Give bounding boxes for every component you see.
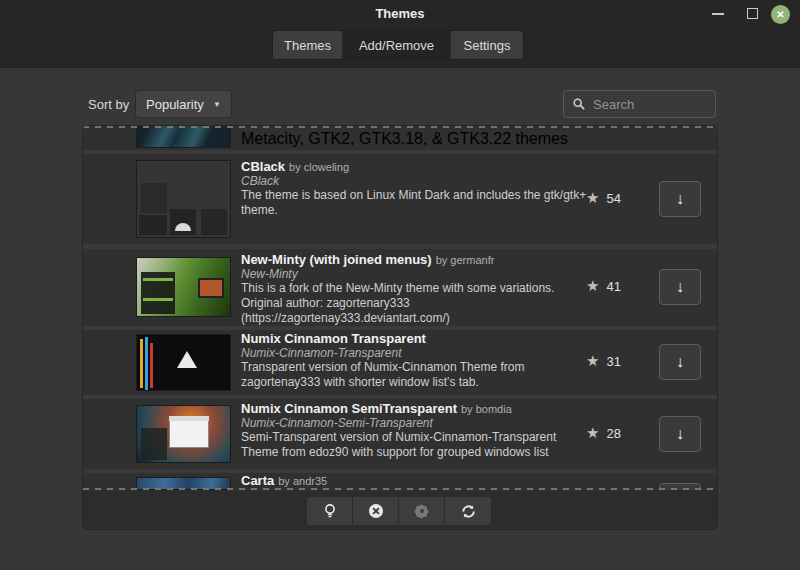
refresh-icon <box>460 503 477 520</box>
theme-description: Semi-Transparent version of Numix-Cinnam… <box>241 430 589 460</box>
theme-list[interactable]: Metacity, GTK2, GTK3.18, & GTK3.22 theme… <box>82 125 718 530</box>
theme-thumbnail <box>136 126 231 148</box>
sort-dropdown-value: Popularity <box>146 97 204 112</box>
tab-themes[interactable]: Themes <box>273 31 343 59</box>
list-item-partial-top[interactable]: Metacity, GTK2, GTK3.18, & GTK3.22 theme… <box>83 126 718 150</box>
settings-button[interactable] <box>399 497 445 525</box>
download-button[interactable]: ↓ <box>659 269 701 305</box>
search-input[interactable] <box>593 97 707 112</box>
lightbulb-icon <box>322 503 338 519</box>
tab-settings[interactable]: Settings <box>451 31 523 59</box>
theme-subtitle: Numix-Cinnamon-Transparent <box>241 346 589 360</box>
star-rating: ★ 31 <box>586 352 656 370</box>
scroll-overflow-bottom-indicator <box>83 488 718 490</box>
theme-title: Numix Cinnamon SemiTransparentby bomdia <box>241 401 589 416</box>
x-circle-icon <box>368 503 384 519</box>
theme-subtitle: New-Minty <box>241 267 589 281</box>
action-button-group <box>307 497 491 525</box>
star-icon: ★ <box>586 277 599 295</box>
close-icon: ✕ <box>776 10 784 20</box>
window-title: Themes <box>0 6 800 21</box>
action-toolbar <box>83 490 718 530</box>
download-icon: ↓ <box>676 190 684 208</box>
star-rating: ★ 54 <box>586 189 656 207</box>
star-count: 54 <box>606 191 620 206</box>
download-button[interactable]: ↓ <box>659 416 701 452</box>
sort-by-label: Sort by <box>88 97 129 112</box>
star-rating: ★ 28 <box>586 424 656 442</box>
theme-title: Numix Cinnamon Transparent <box>241 331 589 346</box>
theme-title: New-Minty (with joined menus)by germanfr <box>241 252 589 267</box>
theme-thumbnail <box>136 334 231 391</box>
tab-bar: Themes Add/Remove Settings <box>272 30 524 60</box>
tab-add-remove[interactable]: Add/Remove <box>343 31 451 59</box>
star-count: 31 <box>606 354 620 369</box>
list-item-numix-transparent[interactable]: Numix Cinnamon Transparent Numix-Cinnamo… <box>83 330 718 395</box>
star-icon: ★ <box>586 424 599 442</box>
search-box <box>563 90 716 118</box>
theme-thumbnail <box>136 257 231 317</box>
star-count: 41 <box>606 279 620 294</box>
theme-author: by andr35 <box>278 475 327 487</box>
download-button[interactable]: ↓ <box>659 181 701 217</box>
download-icon: ↓ <box>676 353 684 371</box>
close-button[interactable]: ✕ <box>771 5 790 24</box>
chevron-down-icon: ▼ <box>213 100 221 109</box>
theme-description: Transparent version of Numix-Cinnamon Th… <box>241 360 589 390</box>
theme-author: by germanfr <box>436 254 495 266</box>
theme-thumbnail <box>136 160 231 238</box>
scroll-overflow-top-indicator <box>83 126 718 128</box>
list-item-new-minty[interactable]: New-Minty (with joined menus)by germanfr… <box>83 249 718 326</box>
theme-subtitle: Numix-Cinnamon-Semi-Transparent <box>241 416 589 430</box>
list-item-numix-semitransparent[interactable]: Numix Cinnamon SemiTransparentby bomdia … <box>83 399 718 469</box>
themes-window: Themes ✕ Themes Add/Remove Settings Sort… <box>0 0 800 570</box>
star-icon: ★ <box>586 189 599 207</box>
theme-subtitle: CBlack <box>241 174 589 188</box>
minimize-button[interactable] <box>712 13 724 15</box>
theme-description: This is a fork of the New-Minty theme wi… <box>241 281 589 326</box>
remove-button[interactable] <box>353 497 399 525</box>
theme-title: Cartaby andr35 <box>241 473 589 488</box>
hint-button[interactable] <box>307 497 353 525</box>
refresh-button[interactable] <box>445 497 491 525</box>
download-icon: ↓ <box>676 425 684 443</box>
download-icon: ↓ <box>676 278 684 296</box>
search-icon <box>572 97 586 111</box>
sort-dropdown[interactable]: Popularity ▼ <box>135 90 232 118</box>
gear-icon <box>415 505 428 518</box>
download-button[interactable]: ↓ <box>659 344 701 380</box>
list-item-cblack[interactable]: CBlackby cloweling CBlack The theme is b… <box>83 154 718 244</box>
theme-thumbnail <box>136 405 231 463</box>
theme-title: CBlackby cloweling <box>241 159 589 174</box>
star-count: 28 <box>606 426 620 441</box>
theme-description: Metacity, GTK2, GTK3.18, & GTK3.22 theme… <box>241 130 589 150</box>
maximize-button[interactable] <box>747 8 758 19</box>
theme-author: by cloweling <box>289 161 349 173</box>
star-rating: ★ 41 <box>586 277 656 295</box>
theme-author: by bomdia <box>461 403 512 415</box>
theme-description: The theme is based on Linux Mint Dark an… <box>241 188 589 218</box>
titlebar: Themes ✕ Themes Add/Remove Settings <box>0 0 800 68</box>
star-icon: ★ <box>586 352 599 370</box>
